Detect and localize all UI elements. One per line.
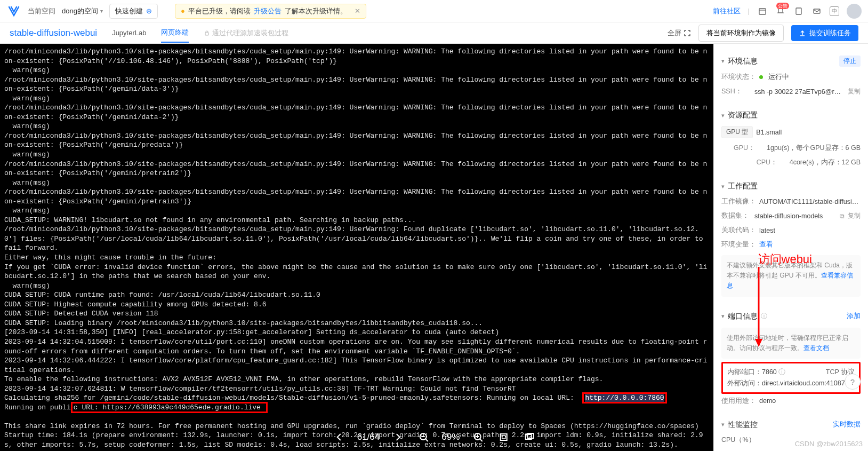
panel-work: ▾工作配置 工作镜像：AUTOMATIC1111/stable-diffusio… [714, 174, 868, 304]
warning-icon: ● [181, 7, 185, 15]
present-button[interactable] [521, 430, 536, 445]
current-space-label: 当前空间 [28, 6, 55, 16]
calendar-icon[interactable] [757, 6, 768, 17]
fit-page-button[interactable] [496, 430, 511, 445]
code-link[interactable]: latest [759, 227, 861, 234]
subbar: stable-diffusion-webui JupyterLab 网页终端 通… [0, 22, 868, 44]
copy-ssh-button[interactable]: 复制 [848, 87, 861, 96]
svg-rect-4 [205, 33, 208, 35]
chevron-down-icon: ▾ [721, 58, 725, 65]
help-fab-button[interactable]: ? [845, 374, 861, 390]
quick-create-button[interactable]: 快速创建 ⊕ [109, 4, 158, 19]
sidebar-panel: ▾ 环境信息 停止 环境状态：运行中 SSH：ssh -p 30022 27aE… [713, 44, 868, 451]
copy-icon[interactable]: ⧉ [840, 212, 845, 220]
chevron-down-icon: ▾ [721, 183, 725, 190]
banner-text-suffix: 了解本次升级详情。 [285, 6, 347, 16]
lang-icon[interactable]: 中 [830, 6, 839, 16]
bell-icon[interactable]: 公告 [775, 6, 786, 17]
svg-rect-2 [796, 8, 801, 14]
svg-line-13 [480, 439, 482, 441]
svg-line-9 [425, 439, 428, 441]
submit-training-button[interactable]: 提交训练任务 [791, 25, 858, 41]
stop-env-button[interactable]: 停止 [839, 56, 861, 67]
svg-rect-15 [502, 436, 505, 439]
chevron-down-icon: ▾ [721, 313, 725, 320]
port-docs-link[interactable]: 查看文档 [803, 344, 829, 352]
panel-ports-header[interactable]: ▾端口信息ⓘ添加 [721, 308, 861, 325]
zoom-in-button[interactable] [470, 430, 485, 445]
banner-close-icon[interactable]: ✕ [355, 7, 360, 15]
panel-work-header[interactable]: ▾工作配置 [721, 178, 861, 194]
page-indicator: 61/64 [357, 432, 380, 442]
space-selector[interactable]: dong的空间 ▾ [62, 6, 103, 16]
prev-page-button[interactable] [332, 430, 347, 445]
zoom-level: 69% [441, 432, 460, 442]
annotation-arrow-icon [751, 264, 767, 350]
space-name: dong的空间 [62, 6, 98, 16]
app-logo[interactable] [6, 4, 21, 19]
panel-env-header[interactable]: ▾ 环境信息 停止 [721, 52, 861, 70]
info-icon[interactable]: ⓘ [778, 368, 785, 376]
svg-marker-6 [755, 339, 762, 347]
tab-proxy-disabled: 通过代理源加速装包过程 [204, 24, 288, 42]
panel-resources-header[interactable]: ▾资源配置 [721, 107, 861, 123]
upgrade-banner: ● 平台已升级，请阅读升级公告了解本次升级详情。 ✕ [175, 4, 366, 19]
book-icon[interactable] [793, 6, 804, 17]
add-port-button[interactable]: 添加 [847, 312, 861, 321]
banner-text-prefix: 平台已升级，请阅读 [188, 6, 251, 16]
plus-circle-icon: ⊕ [146, 7, 152, 15]
external-address[interactable]: direct.virtaicloud.com:41087 [762, 379, 845, 387]
chevron-down-icon: ▾ [100, 8, 103, 14]
status-dot-icon [759, 75, 763, 79]
view-envvars-link[interactable]: 查看 [759, 240, 773, 249]
make-mirror-button[interactable]: 将当前环境制作为镜像 [698, 25, 784, 42]
port-hint: 使用外部访问地址时，需确保程序已正常启动。访问协议与程序一致。查看文档 [721, 328, 861, 359]
panel-ports: ▾端口信息ⓘ添加 使用外部访问地址时，需确保程序已正常启动。访问协议与程序一致。… [714, 304, 868, 413]
pdf-pager: 61/64 69% [326, 426, 542, 448]
banner-link[interactable]: 升级公告 [254, 6, 282, 16]
gpu-type-chip: GPU 型 [721, 126, 753, 138]
port-entry-highlighted: 内部端口：7860 ⓘTCP 协议 外部访问：direct.virtaiclou… [721, 362, 861, 394]
fullscreen-button[interactable]: 全屏 [668, 28, 691, 38]
watermark: CSDN @zbw2015623 [795, 440, 863, 448]
user-avatar[interactable] [847, 4, 862, 19]
chevron-down-icon: ▾ [721, 112, 725, 119]
expand-icon [684, 29, 691, 37]
tab-jupyterlab[interactable]: JupyterLab [112, 25, 146, 41]
bell-badge: 公告 [776, 3, 789, 9]
dataset-link[interactable]: stable-diffusion-models [754, 212, 834, 220]
svg-rect-14 [500, 434, 507, 440]
terminal-output[interactable]: /root/miniconda3/lib/python3.10/site-pac… [0, 44, 713, 451]
main-area: /root/miniconda3/lib/python3.10/site-pac… [0, 44, 868, 451]
panel-resources: ▾资源配置 GPU 型B1.small GPU：1gpu(s)，每个GPU显存：… [714, 103, 868, 174]
quick-create-label: 快速创建 [115, 6, 143, 16]
panel-env: ▾ 环境信息 停止 环境状态：运行中 SSH：ssh -p 30022 27aE… [714, 48, 868, 103]
project-title[interactable]: stable-diffusion-webui [10, 28, 97, 38]
topbar: 当前空间 dong的空间 ▾ 快速创建 ⊕ ● 平台已升级，请阅读升级公告了解本… [0, 0, 868, 22]
tab-web-terminal[interactable]: 网页终端 [161, 23, 189, 43]
zoom-out-button[interactable] [416, 430, 431, 445]
copy-dataset-button[interactable]: 复制 [848, 211, 861, 220]
mail-icon[interactable] [811, 6, 822, 17]
next-page-button[interactable] [390, 430, 405, 445]
chevron-down-icon: ▾ [721, 421, 725, 428]
svg-rect-0 [759, 9, 766, 14]
lock-icon [204, 30, 210, 36]
upload-icon [799, 29, 806, 37]
svg-rect-3 [814, 9, 820, 13]
panel-perf-header[interactable]: ▾性能监控实时数据 [721, 417, 861, 433]
community-link[interactable]: 前往社区 [713, 6, 741, 16]
realtime-link[interactable]: 实时数据 [833, 420, 861, 429]
